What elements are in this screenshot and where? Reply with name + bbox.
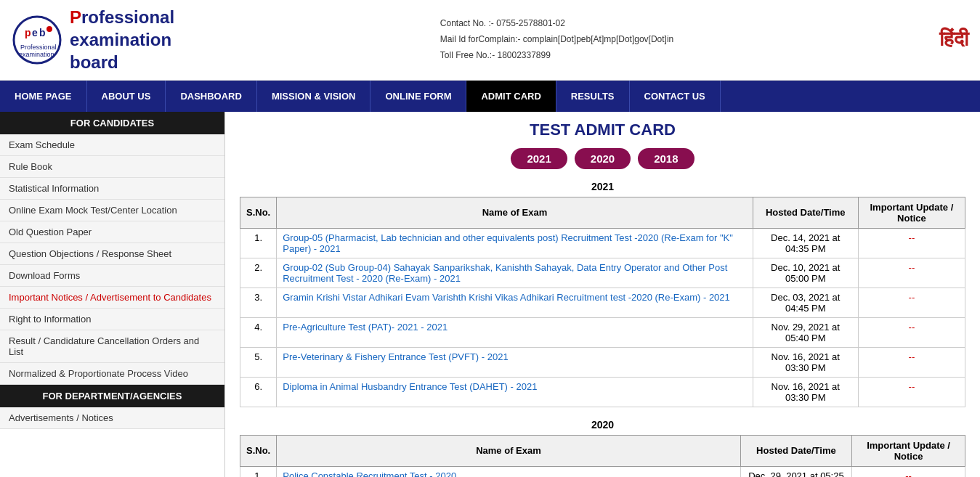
- exam-link[interactable]: Diploma in Animal Husbandry Entrance Tes…: [283, 381, 537, 392]
- svg-text:Professional: Professional: [20, 44, 57, 51]
- cell-sno: 1.: [240, 228, 277, 258]
- nav-admit-card[interactable]: ADMIT CARD: [466, 81, 556, 112]
- logo-line1: P: [70, 7, 81, 27]
- th-sno-2020: S.No.: [240, 435, 277, 466]
- table-2020: S.No. Name of Exam Hosted Date/Time Impo…: [240, 435, 965, 477]
- cell-sno: 2.: [240, 258, 277, 288]
- sidebar-item-exam-schedule[interactable]: Exam Schedule: [0, 134, 224, 156]
- cell-name: Pre-Agriculture Test (PAT)- 2021 - 2021: [277, 317, 753, 347]
- sidebar-dept-header: FOR DEPARTMENT/AGENCIES: [0, 385, 224, 407]
- mail-info: Mail Id forComplain:- complain[Dot]peb[A…: [440, 32, 673, 48]
- sidebar-item-objections[interactable]: Question Objections / Response Sheet: [0, 243, 224, 265]
- section-heading-2020: 2020: [240, 419, 965, 431]
- nav-mission[interactable]: MISSION & VISION: [257, 81, 371, 112]
- cell-name: Police Constable Recruitment Test - 2020: [277, 466, 740, 477]
- year-btn-2021[interactable]: 2021: [511, 148, 567, 169]
- cell-sno: 1.: [240, 466, 277, 477]
- sidebar-item-rti[interactable]: Right to Information: [0, 309, 224, 330]
- table-row: 4. Pre-Agriculture Test (PAT)- 2021 - 20…: [240, 317, 965, 347]
- year-buttons-row: 2021 2020 2018: [240, 148, 965, 169]
- cell-sno: 5.: [240, 347, 277, 377]
- nav-online-form[interactable]: ONLINE FORM: [370, 81, 466, 112]
- cell-name: Group-02 (Sub Group-04) Sahayak Sanparik…: [277, 258, 753, 288]
- year-btn-2020[interactable]: 2020: [575, 148, 631, 169]
- cell-notice: --: [858, 228, 965, 258]
- exam-link[interactable]: Pre-Veterinary & Fishery Entrance Test (…: [283, 351, 508, 362]
- page-layout: FOR CANDIDATES Exam Schedule Rule Book S…: [0, 112, 980, 477]
- exam-link[interactable]: Pre-Agriculture Test (PAT)- 2021 - 2021: [283, 322, 448, 333]
- cell-date: Nov. 16, 2021 at 03:30 PM: [753, 377, 858, 407]
- logo-line2: examination: [70, 28, 174, 51]
- svg-point-4: [46, 26, 52, 32]
- main-nav: HOME PAGE ABOUT US DASHBOARD MISSION & V…: [0, 81, 980, 112]
- cell-name: Gramin Krishi Vistar Adhikari Evam Varis…: [277, 288, 753, 317]
- cell-name: Diploma in Animal Husbandry Entrance Tes…: [277, 377, 753, 407]
- contact-info: Contact No. :- 0755-2578801-02 Mail Id f…: [440, 16, 673, 63]
- cell-date: Dec. 29, 2021 at 05:25 PM: [740, 466, 851, 477]
- sidebar-item-download-forms[interactable]: Download Forms: [0, 265, 224, 287]
- cell-sno: 3.: [240, 288, 277, 317]
- nav-results[interactable]: RESULTS: [556, 81, 630, 112]
- nav-dashboard[interactable]: DASHBOARD: [166, 81, 257, 112]
- cell-notice: --: [858, 288, 965, 317]
- exam-link[interactable]: Gramin Krishi Vistar Adhikari Evam Varis…: [283, 292, 730, 303]
- hindi-button[interactable]: हिंदी: [939, 28, 968, 52]
- cell-notice: --: [858, 258, 965, 288]
- logo-area: p e b Professional examination Professio…: [12, 6, 174, 74]
- table-row: 3. Gramin Krishi Vistar Adhikari Evam Va…: [240, 288, 965, 317]
- toll-free: Toll Free No.:- 18002337899: [440, 48, 673, 64]
- th-name-2021: Name of Exam: [277, 197, 753, 228]
- table-row: 1. Group-05 (Pharmacist, Lab technician …: [240, 228, 965, 258]
- cell-sno: 6.: [240, 377, 277, 407]
- sidebar-item-normalized[interactable]: Normalized & Proportionate Process Video: [0, 363, 224, 385]
- sidebar-item-old-question[interactable]: Old Question Paper: [0, 221, 224, 243]
- cell-notice: --: [852, 466, 965, 477]
- svg-text:examination: examination: [19, 51, 54, 58]
- table-2021: S.No. Name of Exam Hosted Date/Time Impo…: [240, 197, 965, 407]
- nav-home[interactable]: HOME PAGE: [0, 81, 87, 112]
- cell-date: Nov. 29, 2021 at 05:40 PM: [753, 317, 858, 347]
- th-name-2020: Name of Exam: [277, 435, 740, 466]
- sidebar-item-result-cancellation[interactable]: Result / Candidature Cancellation Orders…: [0, 330, 224, 363]
- contact-number: Contact No. :- 0755-2578801-02: [440, 16, 673, 32]
- table-row: 2. Group-02 (Sub Group-04) Sahayak Sanpa…: [240, 258, 965, 288]
- table-row: 6. Diploma in Animal Husbandry Entrance …: [240, 377, 965, 407]
- table-row: 1. Police Constable Recruitment Test - 2…: [240, 466, 965, 477]
- cell-date: Dec. 14, 2021 at 04:35 PM: [753, 228, 858, 258]
- th-notice-2021: Important Update / Notice: [858, 197, 965, 228]
- th-notice-2020: Important Update / Notice: [852, 435, 965, 466]
- table-row: 5. Pre-Veterinary & Fishery Entrance Tes…: [240, 347, 965, 377]
- nav-contact[interactable]: CONTACT US: [630, 81, 721, 112]
- cell-date: Dec. 03, 2021 at 04:45 PM: [753, 288, 858, 317]
- sidebar-item-important-notices[interactable]: Important Notices / Advertisement to Can…: [0, 287, 224, 309]
- sidebar-item-rule-book[interactable]: Rule Book: [0, 156, 224, 178]
- nav-about[interactable]: ABOUT US: [87, 81, 166, 112]
- sidebar: FOR CANDIDATES Exam Schedule Rule Book S…: [0, 112, 225, 477]
- svg-text:e: e: [32, 27, 38, 38]
- sidebar-candidates-header: FOR CANDIDATES: [0, 112, 224, 134]
- th-date-2020: Hosted Date/Time: [740, 435, 851, 466]
- logo-icon: p e b Professional examination: [12, 15, 62, 65]
- main-content: TEST ADMIT CARD 2021 2020 2018 2021 S.No…: [225, 112, 980, 477]
- cell-notice: --: [858, 377, 965, 407]
- sidebar-item-advertisements[interactable]: Advertisements / Notices: [0, 407, 224, 429]
- year-btn-2018[interactable]: 2018: [638, 148, 694, 169]
- exam-link[interactable]: Police Constable Recruitment Test - 2020: [283, 470, 456, 477]
- page-title: TEST ADMIT CARD: [240, 121, 965, 139]
- exam-link[interactable]: Group-05 (Pharmacist, Lab technician and…: [283, 232, 733, 254]
- logo-line3: board: [70, 51, 174, 73]
- svg-text:b: b: [39, 27, 46, 38]
- cell-notice: --: [858, 317, 965, 347]
- svg-text:p: p: [25, 27, 31, 38]
- cell-date: Dec. 10, 2021 at 05:00 PM: [753, 258, 858, 288]
- cell-notice: --: [858, 347, 965, 377]
- cell-name: Group-05 (Pharmacist, Lab technician and…: [277, 228, 753, 258]
- cell-date: Nov. 16, 2021 at 03:30 PM: [753, 347, 858, 377]
- section-heading-2021: 2021: [240, 181, 965, 192]
- th-date-2021: Hosted Date/Time: [753, 197, 858, 228]
- sidebar-item-mock-test[interactable]: Online Exam Mock Test/Center Location: [0, 200, 224, 221]
- exam-link[interactable]: Group-02 (Sub Group-04) Sahayak Sanparik…: [283, 262, 727, 284]
- sidebar-item-statistical[interactable]: Statistical Information: [0, 178, 224, 200]
- header: p e b Professional examination Professio…: [0, 0, 980, 81]
- cell-sno: 4.: [240, 317, 277, 347]
